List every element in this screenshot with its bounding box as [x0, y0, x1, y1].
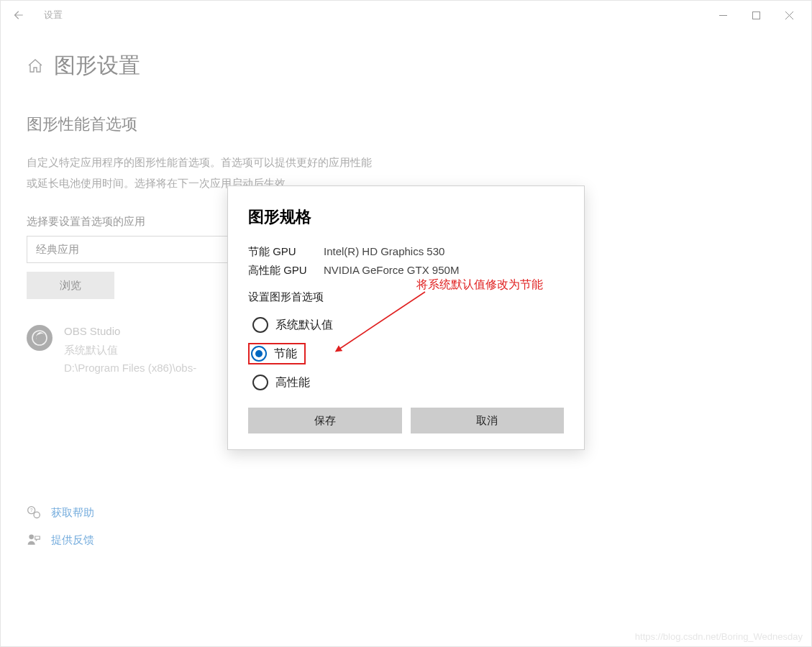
radio-high-performance[interactable]: 高性能	[248, 372, 314, 393]
eco-gpu-label: 节能 GPU	[248, 242, 324, 261]
save-button[interactable]: 保存	[248, 408, 402, 433]
feedback-link[interactable]: 提供反馈	[27, 533, 94, 547]
svg-rect-0	[752, 12, 759, 19]
minimize-button[interactable]	[706, 4, 739, 27]
dropdown-value: 经典应用	[36, 243, 79, 257]
app-name: OBS Studio	[64, 322, 196, 341]
footer-links: ? 获取帮助 提供反馈	[27, 505, 94, 560]
radio-label-default: 系统默认值	[275, 318, 333, 333]
feedback-icon	[27, 533, 41, 547]
watermark: https://blog.csdn.net/Boring_Wednesday	[635, 631, 803, 642]
back-button[interactable]	[6, 4, 29, 27]
perf-gpu-label: 高性能 GPU	[248, 261, 324, 280]
back-arrow-icon	[12, 9, 24, 22]
close-icon	[785, 12, 793, 19]
app-pref: 系统默认值	[64, 341, 196, 359]
radio-label-eco: 节能	[274, 347, 297, 362]
home-icon[interactable]	[27, 58, 44, 75]
annotation-label: 将系统默认值修改为节能	[416, 277, 543, 293]
svg-point-4	[34, 512, 40, 518]
maximize-icon	[752, 12, 760, 19]
perf-gpu-value: NVIDIA GeForce GTX 950M	[324, 261, 459, 280]
svg-text:?: ?	[30, 508, 33, 513]
radio-power-saving[interactable]: 节能	[248, 343, 306, 364]
close-button[interactable]	[772, 4, 806, 27]
minimize-icon	[719, 12, 727, 19]
description-line1: 自定义特定应用程序的图形性能首选项。首选项可以提供更好的应用性能	[27, 156, 372, 168]
help-link-text: 获取帮助	[51, 506, 94, 520]
app-icon	[27, 325, 53, 351]
maximize-button[interactable]	[739, 4, 772, 27]
page-title: 图形设置	[54, 51, 140, 81]
radio-label-perf: 高性能	[275, 375, 310, 390]
graphics-spec-dialog: 图形规格 节能 GPU Intel(R) HD Graphics 530 高性能…	[227, 185, 585, 450]
feedback-link-text: 提供反馈	[51, 533, 94, 547]
radio-system-default[interactable]: 系统默认值	[248, 314, 337, 336]
svg-point-6	[29, 535, 34, 540]
cancel-button[interactable]: 取消	[411, 408, 565, 433]
window-title: 设置	[44, 9, 63, 22]
app-path: D:\Program Files (x86)\obs-	[64, 359, 196, 377]
section-title: 图形性能首选项	[27, 114, 785, 135]
help-icon: ?	[27, 505, 41, 520]
browse-button[interactable]: 浏览	[27, 272, 114, 299]
dialog-title: 图形规格	[248, 206, 564, 228]
eco-gpu-value: Intel(R) HD Graphics 530	[324, 242, 444, 261]
titlebar: 设置	[1, 1, 811, 29]
help-link[interactable]: ? 获取帮助	[27, 505, 94, 520]
obs-icon	[31, 329, 48, 347]
app-type-dropdown[interactable]: 经典应用	[27, 236, 250, 263]
